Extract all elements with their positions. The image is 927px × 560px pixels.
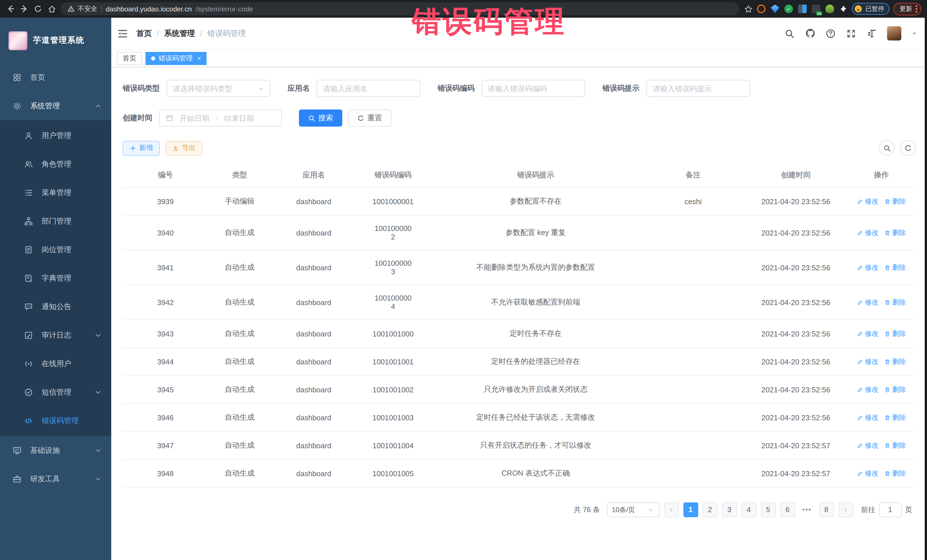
extension-icon-green-check[interactable]: ✓ bbox=[784, 5, 793, 13]
browser-menu-kebab-icon[interactable] bbox=[916, 5, 917, 12]
extension-icon-tampermonkey[interactable]: on bbox=[812, 5, 820, 13]
sidebar-item-notice[interactable]: 通知公告 bbox=[0, 293, 111, 321]
fullscreen-icon[interactable] bbox=[846, 28, 857, 39]
breadcrumb-system[interactable]: 系统管理 bbox=[164, 28, 195, 38]
sidebar-item-departments[interactable]: 部门管理 bbox=[0, 207, 111, 235]
page-scrollbar[interactable] bbox=[925, 18, 927, 560]
sidebar-item-dict[interactable]: 字典管理 bbox=[0, 264, 111, 293]
error-type-select-input[interactable] bbox=[173, 84, 257, 93]
table-row[interactable]: 3943自动生成dashboard1001001000定时任务不存在2021-0… bbox=[123, 320, 916, 348]
extension-icon-grid[interactable] bbox=[798, 5, 807, 13]
avatar-caret-down-icon[interactable] bbox=[911, 28, 918, 38]
table-row[interactable]: 3944自动生成dashboard1001001001定时任务的处理器已经存在2… bbox=[123, 348, 916, 375]
edit-link[interactable]: 修改 bbox=[857, 196, 878, 206]
extension-icon-blue-gem[interactable] bbox=[771, 5, 779, 13]
table-row[interactable]: 3942自动生成dashboard100100000 4不允许获取敏感配置到前端… bbox=[123, 285, 916, 320]
page-button-8[interactable]: 8 bbox=[819, 502, 834, 517]
edit-link[interactable]: 修改 bbox=[857, 413, 878, 422]
app-name-input[interactable] bbox=[323, 84, 414, 93]
tab-error-code[interactable]: 错误码管理 × bbox=[146, 52, 207, 65]
search-button[interactable]: 搜索 bbox=[299, 109, 342, 127]
date-range-picker[interactable]: - bbox=[159, 109, 282, 127]
sidebar-item-dev-tools[interactable]: 研发工具 bbox=[0, 465, 111, 493]
table-row[interactable]: 3941自动生成dashboard100100000 3不能删除类型为系统内置的… bbox=[123, 250, 916, 285]
browser-home-icon[interactable] bbox=[47, 4, 56, 14]
profile-paused-badge[interactable]: 已暂停 bbox=[852, 3, 889, 15]
browser-update-button[interactable]: 更新 bbox=[894, 3, 921, 15]
delete-link[interactable]: 删除 bbox=[884, 263, 906, 272]
page-ellipsis[interactable]: ••• bbox=[799, 502, 815, 517]
edit-link[interactable]: 修改 bbox=[857, 297, 878, 307]
font-size-icon[interactable] bbox=[866, 28, 877, 39]
next-page-button[interactable]: › bbox=[838, 502, 853, 517]
delete-link[interactable]: 删除 bbox=[884, 196, 906, 206]
user-avatar[interactable] bbox=[887, 26, 901, 41]
delete-link[interactable]: 删除 bbox=[884, 469, 906, 478]
sidebar-item-online-users[interactable]: 在线用户 bbox=[0, 349, 111, 378]
edit-link[interactable]: 修改 bbox=[857, 329, 878, 338]
delete-link[interactable]: 删除 bbox=[884, 329, 906, 338]
breadcrumb-home[interactable]: 首页 bbox=[136, 28, 152, 38]
end-date-input[interactable] bbox=[221, 114, 257, 122]
sidebar-item-infrastructure[interactable]: 基础设施 bbox=[0, 436, 111, 465]
sidebar-item-system[interactable]: 系统管理 bbox=[0, 92, 111, 120]
table-row[interactable]: 3945自动生成dashboard1001001002只允许修改为开启或者关闭状… bbox=[123, 375, 916, 404]
security-indicator[interactable]: 不安全 bbox=[67, 5, 97, 13]
sidebar-logo-row[interactable]: 芋道管理系统 bbox=[0, 18, 111, 63]
delete-link[interactable]: 删除 bbox=[884, 357, 906, 366]
error-type-select[interactable] bbox=[167, 80, 271, 97]
extensions-puzzle-icon[interactable] bbox=[839, 5, 848, 13]
bookmark-star-icon[interactable] bbox=[743, 4, 753, 14]
sidebar-item-users[interactable]: 用户管理 bbox=[0, 121, 111, 150]
add-button[interactable]: 新增 bbox=[123, 141, 160, 155]
extension-icon-orange-ring[interactable] bbox=[757, 5, 766, 13]
github-icon[interactable] bbox=[805, 28, 816, 39]
reset-button[interactable]: 重置 bbox=[348, 109, 391, 127]
table-row[interactable]: 3947自动生成dashboard1001001004只有开启状态的任务，才可以… bbox=[123, 431, 916, 459]
page-button-6[interactable]: 6 bbox=[780, 502, 795, 517]
table-row[interactable]: 3946自动生成dashboard1001001003定时任务已经处于该状态，无… bbox=[123, 404, 916, 431]
table-row[interactable]: 3948自动生成dashboard1001001005CRON 表达式不正确20… bbox=[123, 459, 916, 487]
edit-link[interactable]: 修改 bbox=[857, 263, 878, 272]
address-bar[interactable]: 不安全 dashboard.yudao.iocoder.cn/system/er… bbox=[61, 2, 739, 15]
start-date-input[interactable] bbox=[177, 114, 212, 122]
page-button-3[interactable]: 3 bbox=[722, 502, 737, 517]
table-row[interactable]: 3939手动编辑dashboard1001000001参数配置不存在ceshi2… bbox=[123, 187, 916, 215]
tab-home[interactable]: 首页 bbox=[117, 52, 142, 65]
help-icon[interactable] bbox=[825, 28, 836, 39]
extension-icon-green-key[interactable] bbox=[825, 5, 834, 13]
browser-reload-icon[interactable] bbox=[33, 4, 43, 14]
sidebar-item-error-code[interactable]: 错误码管理 bbox=[0, 407, 111, 435]
delete-link[interactable]: 删除 bbox=[884, 228, 906, 238]
refresh-table-button[interactable] bbox=[900, 140, 916, 156]
sidebar-item-posts[interactable]: 岗位管理 bbox=[0, 235, 111, 264]
browser-back-icon[interactable] bbox=[6, 4, 15, 14]
error-code-input[interactable] bbox=[488, 84, 579, 93]
delete-link[interactable]: 删除 bbox=[884, 413, 906, 422]
goto-page-input[interactable] bbox=[879, 502, 902, 517]
page-button-4[interactable]: 4 bbox=[741, 502, 756, 517]
table-row[interactable]: 3940自动生成dashboard100100000 2参数配置 key 重复2… bbox=[123, 215, 916, 250]
delete-link[interactable]: 删除 bbox=[884, 440, 906, 450]
browser-forward-icon[interactable] bbox=[20, 4, 29, 14]
sidebar-item-menus[interactable]: 菜单管理 bbox=[0, 179, 111, 207]
page-button-5[interactable]: 5 bbox=[761, 502, 775, 517]
edit-link[interactable]: 修改 bbox=[857, 357, 878, 366]
sidebar-item-home[interactable]: 首页 bbox=[0, 63, 111, 92]
export-button[interactable]: 导出 bbox=[166, 141, 202, 155]
page-button-1[interactable]: 1 bbox=[683, 502, 698, 517]
edit-link[interactable]: 修改 bbox=[857, 440, 878, 450]
search-icon[interactable] bbox=[784, 28, 795, 39]
tab-close-icon[interactable]: × bbox=[198, 55, 201, 61]
page-size-select[interactable]: 10条/页 bbox=[607, 502, 659, 517]
delete-link[interactable]: 删除 bbox=[884, 297, 906, 307]
toggle-search-button[interactable] bbox=[879, 140, 895, 156]
error-tip-input[interactable] bbox=[653, 84, 744, 93]
edit-link[interactable]: 修改 bbox=[857, 228, 878, 238]
sidebar-item-audit-log[interactable]: 审计日志 bbox=[0, 321, 111, 349]
sidebar-collapse-icon[interactable] bbox=[117, 28, 128, 39]
sidebar-item-roles[interactable]: 角色管理 bbox=[0, 150, 111, 179]
delete-link[interactable]: 删除 bbox=[884, 385, 906, 395]
edit-link[interactable]: 修改 bbox=[857, 469, 878, 478]
prev-page-button[interactable]: ‹ bbox=[664, 502, 679, 517]
